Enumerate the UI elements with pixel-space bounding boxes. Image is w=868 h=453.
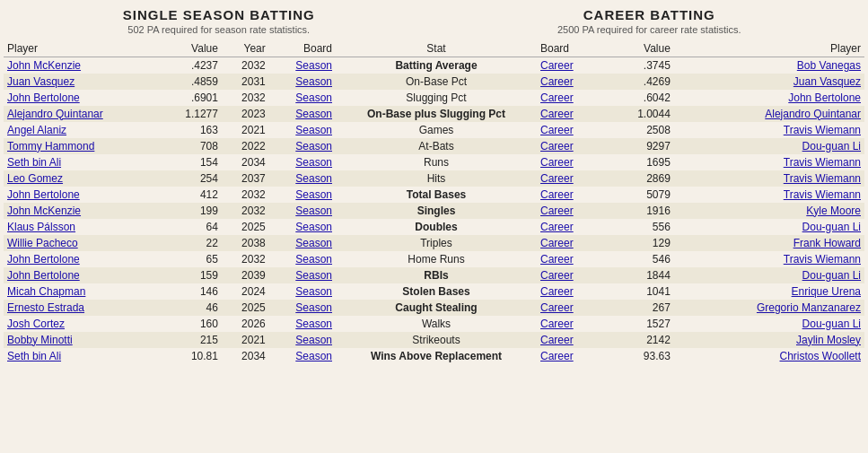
left-player-name[interactable]: Josh Cortez [4,316,161,332]
stat-name: Caught Stealing [336,300,537,316]
left-player-name[interactable]: Bobby Minotti [4,332,161,348]
left-board[interactable]: Season [269,348,336,364]
left-board[interactable]: Season [269,203,336,219]
left-board[interactable]: Season [269,219,336,235]
right-board[interactable]: Career [537,170,605,187]
left-table-row: John Bertolone4122032Season [4,187,336,203]
right-player-name[interactable]: Dou-guan Li [674,267,864,283]
right-player-name[interactable]: Travis Wiemann [674,187,864,203]
right-board[interactable]: Career [537,235,605,251]
left-board[interactable]: Season [269,187,336,203]
right-player-name[interactable]: Bob Vanegas [674,57,864,74]
left-player-name[interactable]: Ernesto Estrada [4,300,161,316]
right-board[interactable]: Career [537,283,605,300]
left-player-name[interactable]: Seth bin Ali [4,348,161,364]
right-col-value: Value [605,40,673,57]
stat-name: On-Base Pct [336,74,537,90]
left-board[interactable]: Season [269,332,336,348]
left-table-row: Tommy Hammond7082022Season [4,138,336,154]
right-board[interactable]: Career [537,332,605,348]
left-value: .6901 [161,90,222,106]
right-board[interactable]: Career [537,348,605,364]
right-table-row: Career1.0044Alejandro Quintanar [537,106,864,122]
right-player-name[interactable]: Travis Wiemann [674,251,864,267]
left-player-name[interactable]: John McKenzie [4,203,161,219]
left-board[interactable]: Season [269,154,336,170]
left-year: 2022 [222,138,269,154]
right-board[interactable]: Career [537,74,605,90]
right-player-name[interactable]: John Bertolone [674,90,864,106]
left-player-name[interactable]: Angel Alaniz [4,122,161,138]
left-board[interactable]: Season [269,267,336,283]
left-player-name[interactable]: Seth bin Ali [4,154,161,170]
right-player-name[interactable]: Travis Wiemann [674,122,864,138]
left-player-name[interactable]: Alejandro Quintanar [4,106,161,122]
left-board[interactable]: Season [269,170,336,187]
right-player-name[interactable]: Kyle Moore [674,203,864,219]
center-table-row: Slugging Pct [336,90,537,106]
left-board[interactable]: Season [269,283,336,300]
right-table-row: Career1041Enrique Urena [537,283,864,300]
stat-name: Home Runs [336,251,537,267]
left-player-name[interactable]: John Bertolone [4,267,161,283]
right-board[interactable]: Career [537,138,605,154]
right-board[interactable]: Career [537,90,605,106]
right-value: .3745 [605,57,673,74]
left-board[interactable]: Season [269,316,336,332]
right-board[interactable]: Career [537,316,605,332]
right-player-name[interactable]: Gregorio Manzanarez [674,300,864,316]
right-board[interactable]: Career [537,300,605,316]
right-player-name[interactable]: Dou-guan Li [674,219,864,235]
stat-name: At-Bats [336,138,537,154]
left-board[interactable]: Season [269,122,336,138]
left-player-name[interactable]: John Bertolone [4,251,161,267]
stat-name: Doubles [336,219,537,235]
left-player-name[interactable]: Micah Chapman [4,283,161,300]
left-board[interactable]: Season [269,300,336,316]
left-value: 10.81 [161,348,222,364]
right-player-name[interactable]: Alejandro Quintanar [674,106,864,122]
right-board[interactable]: Career [537,219,605,235]
right-value: 2869 [605,170,673,187]
right-board[interactable]: Career [537,154,605,170]
left-player-name[interactable]: Leo Gomez [4,170,161,187]
left-value: 199 [161,203,222,219]
right-board[interactable]: Career [537,57,605,74]
left-board[interactable]: Season [269,235,336,251]
right-player-name[interactable]: Jaylin Mosley [674,332,864,348]
left-board[interactable]: Season [269,138,336,154]
right-player-name[interactable]: Christos Woollett [674,348,864,364]
left-board[interactable]: Season [269,57,336,74]
left-player-name[interactable]: John Bertolone [4,187,161,203]
right-player-name[interactable]: Frank Howard [674,235,864,251]
left-table-row: Seth bin Ali10.812034Season [4,348,336,364]
left-player-name[interactable]: Tommy Hammond [4,138,161,154]
right-player-name[interactable]: Enrique Urena [674,283,864,300]
left-board[interactable]: Season [269,74,336,90]
left-board[interactable]: Season [269,251,336,267]
left-player-name[interactable]: Willie Pacheco [4,235,161,251]
left-player-name[interactable]: John McKenzie [4,57,161,74]
left-board[interactable]: Season [269,90,336,106]
right-player-name[interactable]: Dou-guan Li [674,138,864,154]
right-player-name[interactable]: Travis Wiemann [674,170,864,187]
right-player-name[interactable]: Travis Wiemann [674,154,864,170]
right-player-name[interactable]: Juan Vasquez [674,74,864,90]
left-year: 2034 [222,154,269,170]
left-value: 154 [161,154,222,170]
left-board[interactable]: Season [269,106,336,122]
right-player-name[interactable]: Dou-guan Li [674,316,864,332]
left-player-name[interactable]: Klaus Pálsson [4,219,161,235]
right-board[interactable]: Career [537,267,605,283]
right-table: Board Value Player Career.3745Bob Vanega… [537,40,864,364]
left-player-name[interactable]: Juan Vasquez [4,74,161,90]
center-table-row: Caught Stealing [336,300,537,316]
right-board[interactable]: Career [537,251,605,267]
right-board[interactable]: Career [537,187,605,203]
left-player-name[interactable]: John Bertolone [4,90,161,106]
right-board[interactable]: Career [537,122,605,138]
right-board[interactable]: Career [537,203,605,219]
left-year: 2025 [222,300,269,316]
stat-name: On-Base plus Slugging Pct [336,106,537,122]
right-board[interactable]: Career [537,106,605,122]
